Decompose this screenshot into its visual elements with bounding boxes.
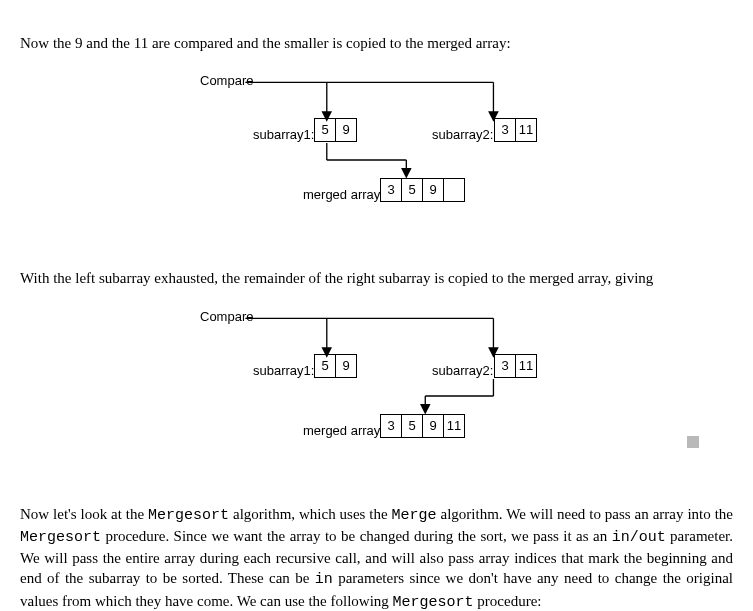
- cell: 3: [380, 178, 402, 202]
- cell: 3: [494, 354, 516, 378]
- text: Now let's look at the: [20, 506, 148, 522]
- text: procedure. Since we want the array to be…: [101, 528, 612, 544]
- code-inout: in/out: [612, 529, 666, 546]
- cell: 3: [494, 118, 516, 142]
- cell: 11: [443, 414, 465, 438]
- diagram-merge-step-4: Compare subarray1: subarray2: merged arr…: [20, 304, 733, 489]
- cell: 11: [515, 118, 537, 142]
- code-in: in: [315, 571, 333, 588]
- paragraph-mergesort-intro: Now let's look at the Mergesort algorith…: [20, 504, 733, 612]
- code-merge: Merge: [392, 507, 437, 524]
- cell: 11: [515, 354, 537, 378]
- code-mergesort: Mergesort: [393, 594, 474, 611]
- subarray2-cells-2: 3 11: [494, 354, 537, 378]
- cell: 5: [401, 414, 423, 438]
- arrow-svg-1: [20, 68, 733, 253]
- cell: 9: [422, 414, 444, 438]
- page-marker-square: [687, 436, 699, 448]
- subarray2-cells-1: 3 11: [494, 118, 537, 142]
- code-mergesort: Mergesort: [20, 529, 101, 546]
- merged-cells-1: 3 5 9: [380, 178, 465, 202]
- compare-label-1: Compare: [200, 72, 253, 90]
- subarray1-cells-2: 5 9: [314, 354, 357, 378]
- cell: 9: [335, 354, 357, 378]
- cell: 5: [314, 118, 336, 142]
- code-mergesort: Mergesort: [148, 507, 229, 524]
- text: algorithm. We will need to pass an array…: [437, 506, 733, 522]
- cell: 5: [401, 178, 423, 202]
- merged-label-1: merged array: [303, 186, 380, 204]
- cell: 5: [314, 354, 336, 378]
- subarray1-cells-1: 5 9: [314, 118, 357, 142]
- paragraph-intro-1: Now the 9 and the 11 are compared and th…: [20, 33, 733, 53]
- subarray2-label-2: subarray2:: [432, 362, 493, 380]
- cell: 9: [422, 178, 444, 202]
- merged-cells-2: 3 5 9 11: [380, 414, 465, 438]
- text: procedure:: [474, 593, 542, 609]
- cell: 3: [380, 414, 402, 438]
- subarray1-label-2: subarray1:: [253, 362, 314, 380]
- cell: [443, 178, 465, 202]
- paragraph-intro-2: With the left subarray exhausted, the re…: [20, 268, 733, 288]
- arrow-svg-2: [20, 304, 733, 489]
- merged-label-2: merged array: [303, 422, 380, 440]
- text: algorithm, which uses the: [229, 506, 391, 522]
- cell: 9: [335, 118, 357, 142]
- diagram-merge-step-3: Compare subarray1: subarray2: merged arr…: [20, 68, 733, 253]
- compare-label-2: Compare: [200, 308, 253, 326]
- subarray2-label-1: subarray2:: [432, 126, 493, 144]
- subarray1-label-1: subarray1:: [253, 126, 314, 144]
